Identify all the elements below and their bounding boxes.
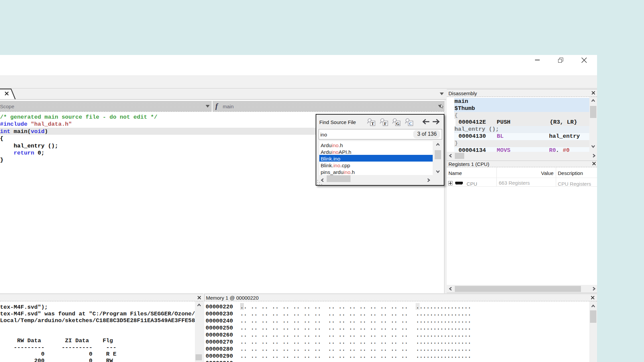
svg-text:C: C (409, 121, 412, 126)
svg-text:T: T (371, 121, 374, 126)
svg-text:F: F (384, 121, 387, 126)
svg-text:G: G (396, 121, 399, 126)
